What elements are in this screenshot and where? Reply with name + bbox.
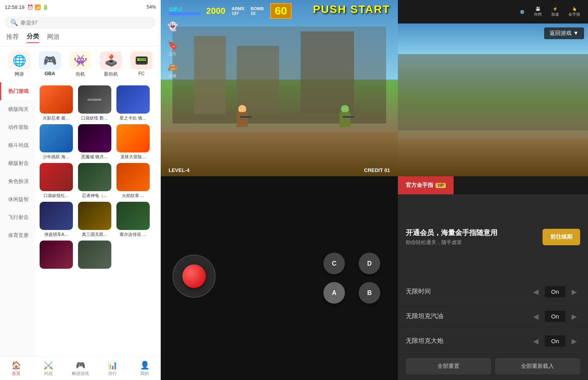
game-item-castlevania[interactable]: 恶魔城 晓月... — [77, 124, 112, 160]
hud-arms-area: ARMS 197 — [232, 6, 244, 16]
game-item-shounen[interactable]: 少年跳跃 海... — [38, 124, 74, 160]
bottom-nav-profile[interactable]: 👤 我的 — [129, 357, 161, 380]
status-left: 12:58:19 ⏰ 📶 🔋 — [5, 4, 49, 10]
ghost-icon-btn[interactable]: 👻 — [162, 16, 183, 38]
game-thumb-gta — [40, 202, 73, 230]
cheat-value-fuel: On — [545, 311, 565, 322]
game-item-dragon[interactable]: 龙珠大冒险... — [115, 124, 151, 160]
game-item-card[interactable]: 星之卡比 镜... — [115, 85, 151, 121]
game-thumb-extra1 — [40, 241, 73, 269]
battery: 54% — [147, 4, 156, 10]
profile-icon: 👤 — [140, 360, 150, 370]
search-input[interactable] — [20, 20, 151, 26]
action-buttons: C D A B — [323, 253, 386, 304]
cheat-left-arrow-cannon[interactable]: ◀ — [530, 335, 542, 347]
promo-sub: 助你轻松通关，随手虐菜 — [406, 239, 497, 246]
bottom-nav-play-label: 畅游游戏 — [72, 371, 89, 376]
right-top-icons: ⚙️ 💾 存档 ⚡ 加速 👆 金手指 — [398, 0, 588, 24]
game-view-ground — [398, 138, 588, 177]
settings-icon-btn[interactable]: ⚙️ — [520, 10, 524, 14]
sidebar-item-flying[interactable]: 飞行射击 — [0, 208, 35, 226]
boost-icon-btn[interactable]: ⚡ 加速 — [551, 7, 559, 17]
cat-fc[interactable]: 📟 FC — [130, 51, 153, 78]
cat-gba[interactable]: 🎮 GBA — [38, 51, 62, 78]
home-icon: 🏠 — [11, 360, 21, 370]
hud-health-bar — [169, 12, 200, 15]
hud-score: 2000 — [206, 6, 225, 16]
cheat-control-time: ◀ On ▶ — [530, 286, 580, 298]
bottom-nav-profile-label: 我的 — [140, 371, 149, 376]
cheat-left-arrow-time[interactable]: ◀ — [530, 286, 542, 298]
save-icon-btn[interactable]: 💾 存档 — [534, 7, 542, 17]
bottom-nav-battle[interactable]: ⚔️ 对战 — [32, 357, 64, 380]
game-bottom-hud: LEVEL-4 CREDIT 01 — [161, 167, 398, 173]
reset-all-button[interactable]: 全部重置 — [406, 358, 491, 375]
game-item-gta[interactable]: 侠盗猎车A... — [38, 202, 74, 237]
search-wrap[interactable]: 🔍 — [5, 16, 156, 29]
cheat-items: 无限时间 ◀ On ▶ 无限坦克汽油 ◀ On ▶ 无限坦克大炮 ◀ — [398, 280, 588, 353]
bottom-nav-rank[interactable]: 📊 排行 — [96, 357, 129, 380]
game-item-extra1[interactable] — [38, 241, 74, 270]
cheat-left-arrow-fuel[interactable]: ◀ — [530, 311, 542, 322]
hide-icon-btn[interactable]: 🙈 隐藏 — [162, 60, 183, 81]
select-level-label: 选关 — [169, 51, 176, 57]
left-panel: 12:58:19 ⏰ 📶 🔋 54% 🔍 推荐 分类 网游 🌐 网游 🎮 — [0, 0, 161, 380]
sidebar-item-hot[interactable]: 热门游戏 — [0, 82, 35, 100]
promo-button[interactable]: 前往续期 — [543, 229, 580, 245]
game-view-ruins — [398, 54, 588, 130]
soldier-2-body — [339, 112, 350, 127]
joystick-ball[interactable] — [182, 264, 206, 288]
cat-label-gba: GBA — [45, 71, 55, 76]
tab-category[interactable]: 分类 — [27, 33, 39, 43]
game-item-dynasty[interactable]: 真三国无双... — [77, 202, 112, 237]
bookmark-icon: 🔖 — [167, 40, 178, 51]
sidebar-item-shooter[interactable]: 横版射击 — [0, 154, 35, 172]
game-item-naruto[interactable]: 火影忍者 最... — [38, 85, 74, 121]
hud-arms-val: 197 — [232, 11, 244, 16]
bottom-nav-play[interactable]: 🎮 畅游游戏 — [64, 357, 96, 380]
game-thumb-flame — [116, 163, 150, 191]
button-a[interactable]: A — [323, 282, 345, 304]
cheat-right-arrow-time[interactable]: ▶ — [568, 286, 580, 298]
cat-online[interactable]: 🌐 网游 — [7, 51, 31, 78]
button-c[interactable]: C — [323, 253, 345, 274]
return-game-button[interactable]: 返回游戏 ▼ — [544, 27, 584, 39]
dpad-circle[interactable] — [172, 255, 216, 298]
sidebar-item-casual[interactable]: 休闲益智 — [0, 190, 35, 208]
game-item-zelda[interactable]: 塞尔达传说 ... — [115, 202, 151, 237]
cat-new-arcade[interactable]: 🕹️ 新街机 — [99, 51, 123, 78]
game-item-digimon[interactable]: DIGIMON 口袋妖怪 数... — [77, 85, 112, 121]
game-item-pocket[interactable]: 口袋妖怪红... — [38, 163, 74, 199]
game-name-castlevania: 恶魔城 晓月... — [78, 154, 111, 160]
bookmark-icon-btn[interactable]: 🔖 选关 — [162, 38, 183, 60]
sidebar-item-fighting[interactable]: 格斗对战 — [0, 136, 35, 154]
tab-recommend[interactable]: 推荐 — [6, 33, 19, 43]
sidebar-item-action[interactable]: 动作冒险 — [0, 118, 35, 136]
game-name-dynasty: 真三国无双... — [78, 232, 111, 237]
sidebar-item-sports[interactable]: 体育竞赛 — [0, 226, 35, 244]
games-row-3: 口袋妖怪红... 忍者神龟（... 火焰纹章 ... — [38, 163, 158, 199]
cat-label-fc: FC — [138, 71, 145, 76]
sidebar-item-platformer[interactable]: 横版闯关 — [0, 100, 35, 118]
status-right: 54% — [147, 4, 156, 10]
soldier-1-gun — [240, 116, 252, 118]
nav-tabs: 推荐 分类 网游 — [0, 31, 161, 47]
game-thumb-dynasty — [78, 202, 111, 230]
game-item-extra2[interactable] — [77, 241, 112, 270]
game-item-flame[interactable]: 火焰纹章 ... — [115, 163, 151, 199]
cheat-right-arrow-fuel[interactable]: ▶ — [568, 311, 580, 322]
reload-all-button[interactable]: 全部重新载入 — [495, 358, 581, 375]
cat-arcade[interactable]: 👾 街机 — [69, 51, 92, 78]
game-name-pocket: 口袋妖怪红... — [40, 193, 73, 199]
cheat-tab[interactable]: 官方金手指 VIP — [398, 176, 454, 194]
sidebar-item-rpg[interactable]: 角色扮演 — [0, 172, 35, 190]
button-b[interactable]: B — [359, 282, 380, 304]
button-d[interactable]: D — [359, 253, 380, 274]
cheat-icon-btn[interactable]: 👆 金手指 — [568, 7, 580, 17]
game-item-ninja[interactable]: 忍者神龟（... — [77, 163, 112, 199]
bottom-nav-home[interactable]: 🏠 首页 — [0, 357, 32, 380]
cat-label-new-arcade: 新街机 — [104, 71, 118, 78]
cheat-right-arrow-cannon[interactable]: ▶ — [568, 335, 580, 347]
save-label: 存档 — [534, 12, 542, 17]
tab-online[interactable]: 网游 — [47, 33, 60, 43]
